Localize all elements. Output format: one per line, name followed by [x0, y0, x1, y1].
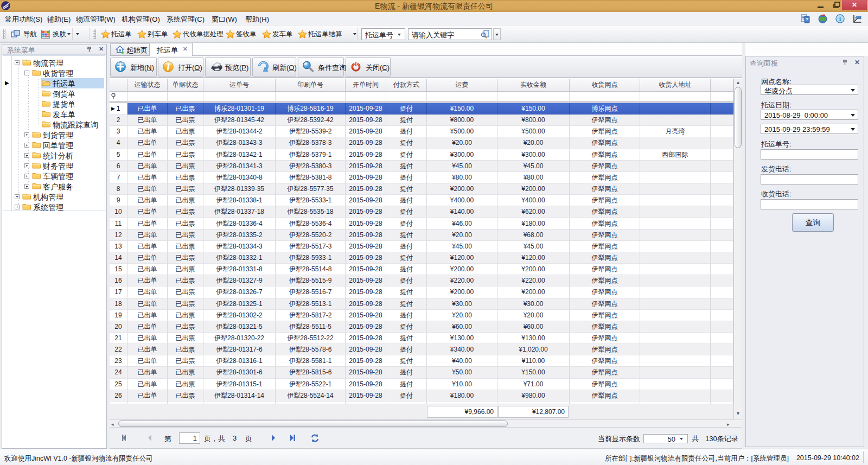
svg-text:i: i	[839, 16, 841, 22]
svg-text:?: ?	[806, 17, 809, 22]
